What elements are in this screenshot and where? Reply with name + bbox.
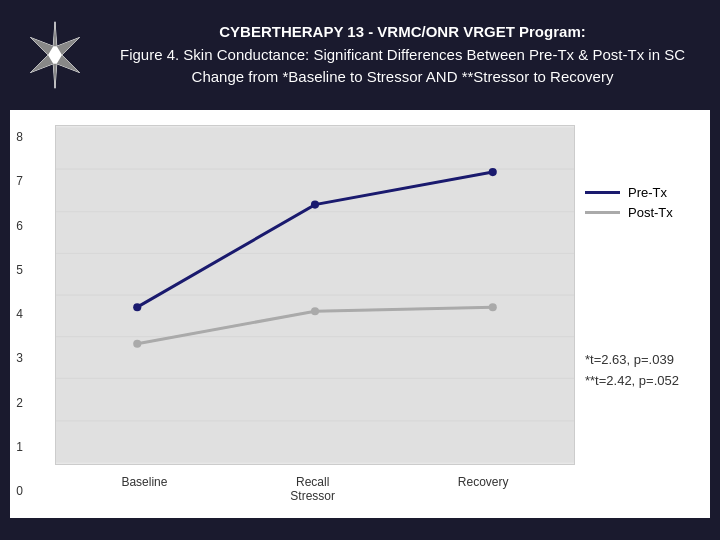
- chart-area: Baseline Recall Stressor Recovery: [55, 125, 575, 503]
- legend-item-pre-tx: Pre-Tx: [585, 185, 695, 200]
- x-label-baseline-text: Baseline: [121, 475, 167, 489]
- stats-line1: *t=2.63, p=.039: [585, 350, 695, 371]
- y-label-6: 6: [3, 219, 23, 233]
- legend-item-post-tx: Post-Tx: [585, 205, 695, 220]
- svg-point-16: [311, 201, 319, 209]
- svg-point-20: [489, 303, 497, 311]
- legend-post-tx-label: Post-Tx: [628, 205, 673, 220]
- legend-line-pre-tx: [585, 191, 620, 194]
- chart-svg: [56, 126, 574, 464]
- stats-text: *t=2.63, p=.039 **t=2.42, p=.052: [585, 350, 695, 392]
- chart-container: [55, 125, 575, 465]
- x-label-stressor-text: Stressor: [290, 489, 335, 503]
- y-label-0: 0: [3, 484, 23, 498]
- svg-point-18: [133, 340, 141, 348]
- x-label-recovery: Recovery: [458, 475, 509, 503]
- header-title: CYBERTHERAPY 13 - VRMC/ONR VRGET Program…: [219, 23, 585, 40]
- star-logo: [20, 20, 90, 90]
- header-text: CYBERTHERAPY 13 - VRMC/ONR VRGET Program…: [105, 21, 700, 89]
- svg-point-19: [311, 307, 319, 315]
- main-content: 0 1 2 3 4 5 6 7 8: [10, 110, 710, 518]
- legend-pre-tx-label: Pre-Tx: [628, 185, 667, 200]
- x-label-recall-text: Recall: [296, 475, 329, 489]
- header: CYBERTHERAPY 13 - VRMC/ONR VRGET Program…: [0, 0, 720, 110]
- legend-line-post-tx: [585, 211, 620, 214]
- y-label-3: 3: [3, 351, 23, 365]
- x-axis-labels: Baseline Recall Stressor Recovery: [55, 470, 575, 503]
- header-subtitle: Figure 4. Skin Conductance: Significant …: [120, 46, 685, 86]
- stats-line2: **t=2.42, p=.052: [585, 371, 695, 392]
- y-label-2: 2: [3, 396, 23, 410]
- x-label-recovery-text: Recovery: [458, 475, 509, 489]
- y-label-4: 4: [3, 307, 23, 321]
- y-label-1: 1: [3, 440, 23, 454]
- svg-point-15: [133, 303, 141, 311]
- y-label-7: 7: [3, 174, 23, 188]
- chart-wrapper: 0 1 2 3 4 5 6 7 8: [25, 125, 575, 503]
- x-label-recall: Recall Stressor: [290, 475, 335, 503]
- y-label-8: 8: [3, 130, 23, 144]
- svg-point-17: [489, 168, 497, 176]
- y-label-5: 5: [3, 263, 23, 277]
- side-panel: Pre-Tx Post-Tx *t=2.63, p=.039 **t=2.42,…: [585, 125, 695, 392]
- y-axis-labels: 0 1 2 3 4 5 6 7 8: [3, 125, 23, 503]
- legend: Pre-Tx Post-Tx: [585, 185, 695, 220]
- x-label-baseline: Baseline: [121, 475, 167, 503]
